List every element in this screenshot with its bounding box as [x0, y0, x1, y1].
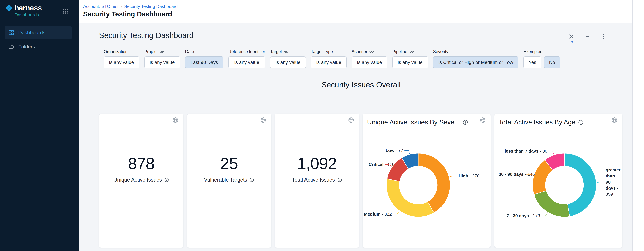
globe-icon[interactable]	[611, 117, 618, 123]
brand-row: harness	[0, 0, 79, 12]
globe-icon[interactable]	[348, 117, 354, 123]
cursor-dot	[572, 41, 573, 42]
filter-label: Pipeline	[392, 49, 407, 54]
dashboard-toolbar	[568, 33, 607, 40]
link-icon	[369, 49, 374, 54]
dashboard-content: Security Testing Dashboard Organizationi…	[79, 23, 632, 251]
stat-label: Unique Active Issues	[114, 177, 162, 183]
filter-target-type: Target Typeis any value	[311, 49, 346, 68]
filter-label: Exempted	[524, 49, 542, 54]
filter-label: Organization	[104, 49, 128, 54]
filter-value-target-type[interactable]: is any value	[311, 56, 346, 68]
donut-label: greaterthan90days -359	[606, 167, 620, 197]
filter-bar: Organizationis any valueProjectis any va…	[104, 49, 560, 68]
filter-pipeline: Pipelineis any value	[392, 49, 428, 68]
filter-label: Date	[185, 49, 194, 54]
donut-slice-greater-than-90-days[interactable]	[564, 153, 596, 216]
filter-project: Projectis any value	[144, 49, 180, 68]
dashboard-title: Security Testing Dashboard	[99, 31, 194, 40]
breadcrumb-separator: ›	[121, 4, 122, 9]
stat-card-vulnerable-targets: 25Vulnerable Targets	[187, 114, 271, 248]
breadcrumb: Account: STO test › Security Testing Das…	[83, 4, 178, 9]
filter-value-severity[interactable]: is Critical or High or Medium or Low	[433, 56, 518, 68]
donut-label: Critical - 116	[369, 162, 394, 167]
globe-icon[interactable]	[260, 117, 266, 123]
filter-icon[interactable]	[584, 33, 591, 40]
filter-label: Severity	[433, 49, 448, 54]
info-icon	[250, 178, 254, 182]
donut-label: 7 - 30 days - 173	[506, 213, 540, 218]
donut-leader-line	[404, 150, 410, 154]
stat-value: 25	[220, 155, 238, 172]
donut-leader-line	[548, 151, 554, 155]
sidebar-item-dashboards[interactable]: Dashboards	[5, 26, 72, 39]
app-grid-icon[interactable]	[62, 8, 68, 14]
sidebar-item-folders[interactable]: Folders	[5, 40, 72, 53]
filter-button-group: YesNo	[524, 56, 560, 68]
filter-value-organization[interactable]: is any value	[104, 56, 139, 68]
donut-label: High - 370	[458, 173, 480, 179]
chart-card-total-active-issues-by-age: Total Active Issues By Agegreaterthan90d…	[494, 114, 622, 248]
sidebar-item-label: Folders	[18, 44, 35, 50]
globe-icon[interactable]	[172, 117, 178, 123]
donut-chart: High - 370Medium - 322Critical - 116Low …	[363, 126, 491, 245]
cards-row: 878Unique Active Issues25Vulnerable Targ…	[99, 114, 622, 248]
filter-value-project[interactable]: is any value	[144, 56, 180, 68]
filter-label: Reference Identifier	[228, 49, 265, 54]
donut-leader-line	[596, 182, 604, 182]
donut-label: Low - 77	[386, 148, 403, 153]
link-icon	[284, 49, 288, 54]
filter-label: Scanner	[352, 49, 367, 54]
stat-label: Total Active Issues	[292, 177, 335, 183]
kebab-menu-icon[interactable]	[600, 33, 607, 40]
filter-label: Target Type	[311, 49, 333, 54]
section-title: Security Issues Overall	[99, 80, 623, 89]
filter-date: DateLast 90 Days	[185, 49, 223, 68]
filter-value-target[interactable]: is any value	[270, 56, 306, 68]
filter-severity: Severityis Critical or High or Medium or…	[433, 49, 518, 68]
sidebar-nav: DashboardsFolders	[0, 25, 79, 54]
donut-label: Medium - 322	[364, 212, 392, 217]
filter-option-yes[interactable]: Yes	[524, 56, 541, 68]
stat-card-unique-active-issues: 878Unique Active Issues	[99, 114, 184, 248]
scroll-gutter[interactable]	[632, 0, 644, 251]
donut-leader-line	[393, 211, 399, 214]
breadcrumb-page-link[interactable]: Security Testing Dashboard	[124, 4, 178, 9]
filter-option-no[interactable]: No	[544, 56, 560, 68]
filter-value-pipeline[interactable]: is any value	[392, 56, 428, 68]
page-title: Security Testing Dashboard	[83, 10, 172, 18]
filter-reference-identifier: Reference Identifieris any value	[228, 49, 265, 68]
dashboards-icon	[8, 30, 14, 35]
filter-organization: Organizationis any value	[104, 49, 139, 68]
link-icon	[160, 49, 164, 54]
product-name: Dashboards	[14, 12, 79, 18]
chart-card-unique-active-issues-by-seve: Unique Active Issues By Seve...High - 37…	[362, 114, 491, 248]
filter-value-date[interactable]: Last 90 Days	[185, 56, 223, 68]
filter-label: Target	[270, 49, 282, 54]
donut-slice-7-30-days[interactable]	[534, 191, 570, 217]
sidebar: harness Dashboards DashboardsFolders	[0, 0, 79, 251]
breadcrumb-account-link[interactable]: Account: STO test	[83, 4, 119, 9]
stat-label: Vulnerable Targets	[204, 177, 247, 183]
info-icon	[164, 178, 169, 182]
donut-label: less than 7 days - 80	[505, 149, 547, 154]
page: harness Dashboards DashboardsFolders Acc…	[0, 0, 644, 251]
globe-icon[interactable]	[480, 117, 486, 123]
donut-slice-medium[interactable]	[386, 179, 434, 217]
harness-logo-icon[interactable]	[5, 4, 13, 12]
brand-name: harness	[14, 4, 42, 12]
filter-exempted: ExemptedYesNo	[524, 49, 560, 68]
close-icon[interactable]	[568, 33, 575, 40]
filter-value-reference-identifier[interactable]: is any value	[228, 56, 265, 68]
chart-title: Unique Active Issues By Seve...	[367, 119, 460, 126]
filter-scanner: Scanneris any value	[352, 49, 387, 68]
info-icon	[578, 120, 584, 125]
link-icon	[409, 49, 414, 54]
folder-icon	[8, 44, 14, 50]
donut-leader-line	[450, 176, 457, 177]
topbar: Account: STO test › Security Testing Das…	[79, 0, 644, 23]
filter-value-scanner[interactable]: is any value	[352, 56, 387, 68]
stat-value: 1,092	[297, 155, 337, 172]
donut-leader-line	[542, 213, 548, 216]
stat-value: 878	[128, 155, 154, 172]
